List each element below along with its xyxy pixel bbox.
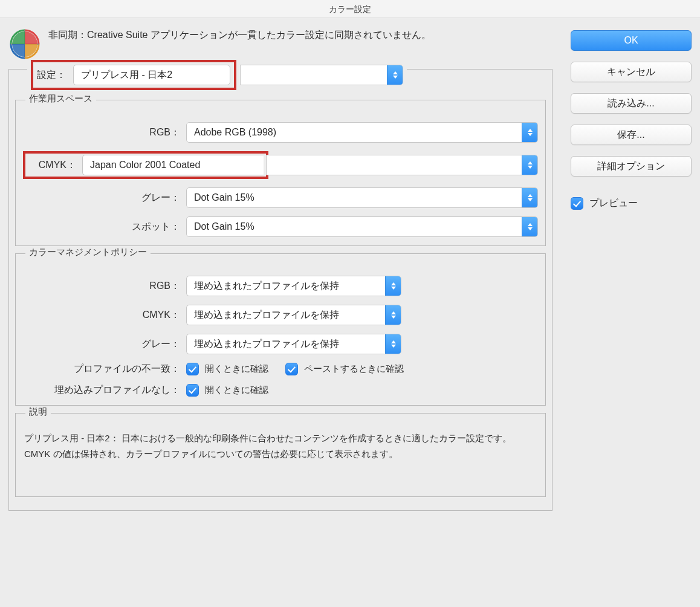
settings-select[interactable]: プリプレス用 - 日本2 (73, 65, 230, 85)
chevron-updown-icon (385, 305, 401, 325)
working-spaces-fieldset: 作業用スペース RGB： Adobe RGB (1998) CMYK： Japa… (15, 100, 546, 246)
mismatch-open-label: 開くときに確認 (205, 363, 268, 375)
outer-fieldset: 設定： プリプレス用 - 日本2 作業用スペース RGB： Adobe RGB … (8, 69, 553, 511)
chevron-updown-icon (522, 123, 537, 142)
rgb-label: RGB： (23, 126, 180, 139)
mismatch-paste-checkbox[interactable] (285, 363, 298, 375)
chevron-updown-icon (387, 65, 403, 85)
settings-label: 設定： (37, 69, 66, 82)
spot-select[interactable]: Dot Gain 15% (186, 216, 538, 237)
gray-select[interactable]: Dot Gain 15% (186, 187, 538, 208)
save-button[interactable]: 保存... (571, 125, 692, 145)
missing-open-label: 開くときに確認 (205, 385, 268, 396)
sync-warning-icon (8, 28, 41, 60)
policy-cmyk-select[interactable]: 埋め込まれたプロファイルを保持 (186, 305, 401, 325)
policies-fieldset: カラーマネジメントポリシー RGB： 埋め込まれたプロファイルを保持 CMYK：… (15, 253, 546, 406)
settings-highlight: 設定： プリプレス用 - 日本2 (31, 60, 236, 90)
description-text: プリプレス用 - 日本2： 日本における一般的な印刷条件に合わせたコンテンツを作… (24, 430, 537, 461)
settings-select-ext[interactable] (240, 65, 403, 85)
cmyk-select-left[interactable]: Japan Color 2001 Coated (82, 155, 264, 175)
cmyk-select[interactable] (266, 155, 538, 175)
missing-label: 埋め込みプロファイルなし： (23, 384, 180, 397)
settings-select-value: プリプレス用 - 日本2 (74, 69, 230, 82)
cmyk-highlight: CMYK： Japan Color 2001 Coated (23, 151, 268, 179)
gray-label: グレー： (23, 192, 180, 204)
policy-cmyk-label: CMYK： (23, 309, 180, 322)
chevron-updown-icon (522, 188, 537, 207)
main-column: 非同期：Creative Suite アプリケーションが一貫したカラー設定に同期… (8, 27, 553, 511)
policies-legend: カラーマネジメントポリシー (25, 247, 151, 258)
advanced-options-button[interactable]: 詳細オプション (571, 156, 692, 177)
sync-status-row: 非同期：Creative Suite アプリケーションが一貫したカラー設定に同期… (8, 27, 553, 60)
rgb-select[interactable]: Adobe RGB (1998) (186, 122, 538, 143)
preview-label: プレビュー (589, 197, 638, 210)
mismatch-label: プロファイルの不一致： (23, 363, 180, 375)
chevron-updown-icon (385, 334, 401, 354)
chevron-updown-icon (522, 217, 537, 236)
cmyk-label: CMYK： (28, 159, 76, 172)
dialog-title: カラー設定 (0, 0, 700, 18)
sync-status-text: 非同期：Creative Suite アプリケーションが一貫したカラー設定に同期… (48, 27, 431, 42)
policy-gray-select[interactable]: 埋め込まれたプロファイルを保持 (186, 334, 401, 354)
policy-rgb-label: RGB： (23, 280, 180, 293)
dialog-body: 非同期：Creative Suite アプリケーションが一貫したカラー設定に同期… (0, 18, 700, 519)
load-button[interactable]: 読み込み... (571, 93, 692, 114)
chevron-updown-icon (522, 155, 537, 175)
missing-open-checkbox[interactable] (186, 384, 199, 397)
chevron-updown-icon (385, 276, 401, 296)
preview-checkbox[interactable] (571, 197, 583, 210)
cancel-button[interactable]: キャンセル (571, 62, 692, 82)
spot-label: スポット： (23, 221, 180, 233)
description-fieldset: 説明 プリプレス用 - 日本2： 日本における一般的な印刷条件に合わせたコンテン… (15, 413, 546, 497)
working-spaces-legend: 作業用スペース (25, 93, 96, 105)
mismatch-open-checkbox[interactable] (186, 363, 199, 375)
description-legend: 説明 (25, 406, 51, 418)
mismatch-paste-label: ペーストするときに確認 (304, 363, 404, 375)
policy-gray-label: グレー： (23, 338, 180, 351)
side-column: OK キャンセル 読み込み... 保存... 詳細オプション プレビュー (571, 27, 692, 511)
policy-rgb-select[interactable]: 埋め込まれたプロファイルを保持 (186, 276, 401, 296)
ok-button[interactable]: OK (571, 30, 692, 51)
